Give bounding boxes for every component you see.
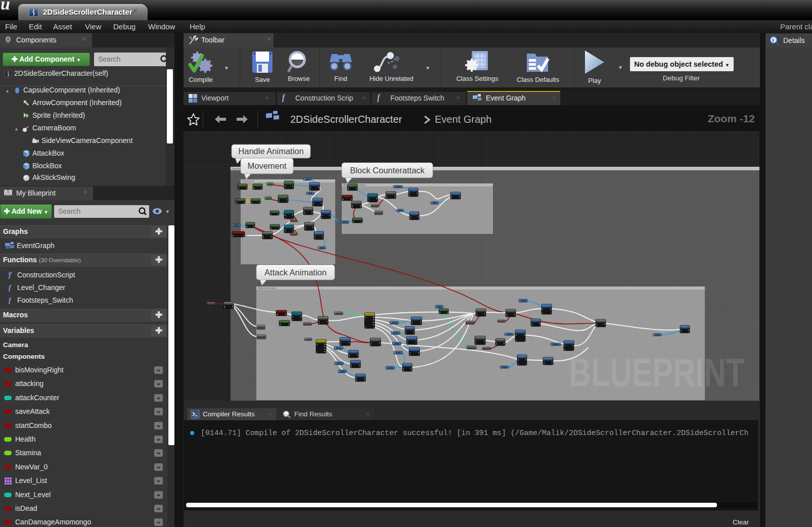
- svg-text:2DSideScrollerCharacter: 2DSideScrollerCharacter: [290, 114, 402, 125]
- svg-text:Event Graph: Event Graph: [435, 114, 491, 125]
- svg-text:BLUEPRINT: BLUEPRINT: [569, 351, 745, 395]
- svg-text:Movement: Movement: [247, 161, 286, 170]
- svg-text:f: f: [9, 284, 12, 292]
- svg-text:f: f: [9, 297, 12, 304]
- svg-text:Movement: Movement: [242, 179, 254, 182]
- svg-text:Attack Animation: Attack Animation: [264, 268, 327, 277]
- svg-text:Handle Animation: Handle Animation: [238, 147, 303, 156]
- svg-text:Zoom -12: Zoom -12: [708, 113, 755, 124]
- svg-text:Block Counterattack: Block Counterattack: [350, 166, 425, 175]
- svg-text:i: i: [773, 37, 774, 43]
- svg-text:Attack Animation: Attack Animation: [258, 286, 277, 290]
